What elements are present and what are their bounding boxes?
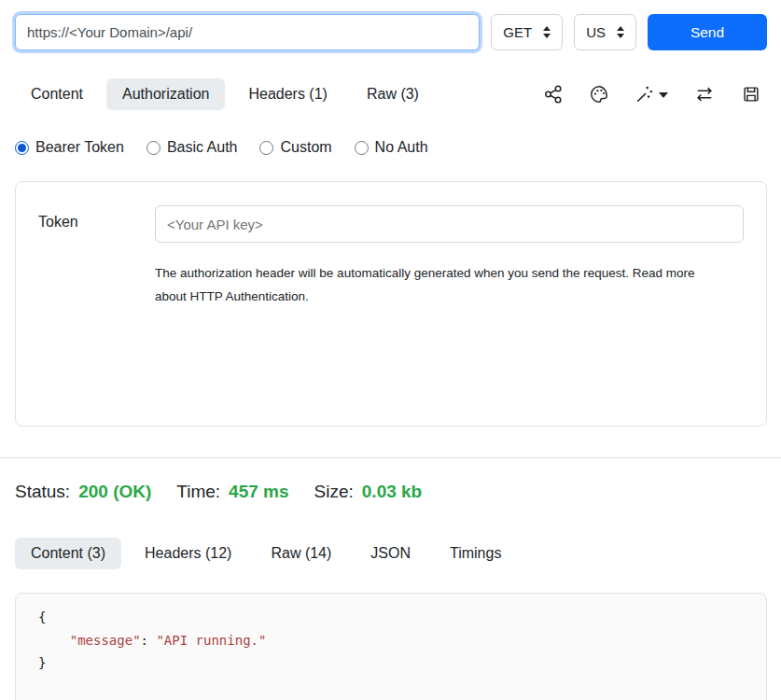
tab-response-timings[interactable]: Timings (434, 538, 517, 569)
auth-type-group: Bearer Token Basic Auth Custom No Auth (15, 139, 767, 156)
auth-option-label: Custom (280, 139, 331, 156)
token-label: Token (38, 205, 155, 402)
auth-option-no-auth[interactable]: No Auth (355, 139, 428, 156)
tab-response-headers[interactable]: Headers (12) (129, 538, 247, 569)
tab-response-raw[interactable]: Raw (14) (255, 538, 347, 569)
tab-response-content[interactable]: Content (3) (15, 538, 121, 569)
api-client-page: GET US Send Content Authorization Header… (0, 0, 781, 700)
auth-option-label: Basic Auth (167, 139, 238, 156)
palette-icon[interactable] (589, 84, 609, 105)
auth-option-label: No Auth (375, 139, 428, 156)
time-value: 457 ms (229, 482, 288, 502)
code-key: "message" (70, 633, 141, 648)
radio-no-auth[interactable] (355, 141, 369, 155)
method-select[interactable]: GET (491, 14, 563, 50)
response-body: { "message": "API running." } (38, 606, 751, 675)
response-tabs: Content (3) Headers (12) Raw (14) JSON T… (15, 538, 767, 569)
tab-response-json[interactable]: JSON (355, 538, 426, 569)
request-bar: GET US Send (15, 14, 767, 50)
request-toolbar (543, 84, 767, 105)
status-label: Status: (15, 482, 70, 502)
response-status-bar: Status: 200 (OK) Time: 457 ms Size: 0.03… (15, 482, 767, 502)
status-item: Status: 200 (OK) (15, 482, 151, 502)
tab-headers[interactable]: Headers (1) (232, 78, 342, 110)
radio-custom[interactable] (259, 141, 273, 155)
code-value: "API running." (156, 633, 266, 648)
tab-content[interactable]: Content (15, 78, 99, 110)
auth-option-label: Bearer Token (35, 139, 124, 156)
url-input[interactable] (15, 14, 480, 50)
code-separator: : (141, 633, 157, 648)
magic-wand-icon[interactable] (635, 84, 668, 105)
method-select-value: GET (503, 24, 532, 40)
tab-raw[interactable]: Raw (3) (351, 78, 435, 110)
token-input[interactable] (155, 205, 744, 243)
token-panel-main: The authorization header will be automat… (155, 205, 744, 402)
save-icon[interactable] (741, 84, 761, 105)
code-brace-open: { (38, 609, 46, 624)
response-body-panel: { "message": "API running." } (15, 593, 767, 700)
region-select-value: US (586, 24, 606, 40)
code-brace-close: } (38, 655, 46, 670)
select-arrows-icon (543, 26, 551, 38)
auth-option-custom[interactable]: Custom (259, 139, 331, 156)
chevron-down-icon (659, 92, 668, 98)
send-button[interactable]: Send (648, 14, 767, 50)
time-label: Time: (176, 482, 220, 502)
radio-basic-auth[interactable] (146, 141, 160, 155)
share-nodes-icon[interactable] (543, 84, 564, 105)
tab-authorization[interactable]: Authorization (106, 78, 225, 110)
code-indent (38, 633, 70, 648)
auth-option-bearer-token[interactable]: Bearer Token (15, 139, 124, 156)
token-help-text: The authorization header will be automat… (155, 261, 696, 308)
size-item: Size: 0.03 kb (314, 482, 423, 502)
auth-option-basic-auth[interactable]: Basic Auth (146, 139, 238, 156)
region-select[interactable]: US (574, 14, 636, 50)
time-item: Time: 457 ms (176, 482, 288, 502)
swap-arrows-icon[interactable] (693, 84, 716, 105)
section-divider (0, 457, 781, 458)
size-label: Size: (314, 482, 354, 502)
request-tabs: Content Authorization Headers (1) Raw (3… (15, 78, 767, 110)
select-arrows-icon (617, 26, 624, 38)
status-value: 200 (OK) (78, 482, 151, 502)
size-value: 0.03 kb (362, 482, 422, 502)
radio-bearer-token[interactable] (15, 141, 29, 155)
token-panel: Token The authorization header will be a… (15, 181, 767, 427)
